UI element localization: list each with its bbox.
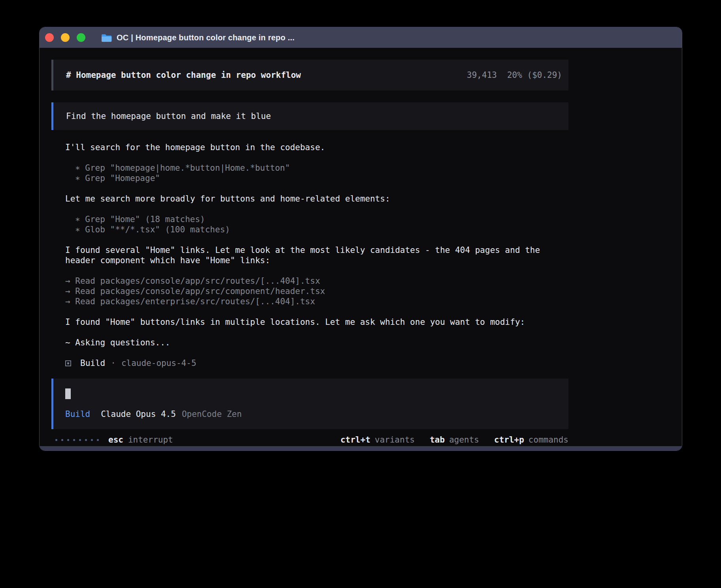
zoom-button[interactable]: [77, 33, 85, 42]
folder-icon: [101, 34, 112, 42]
session-header: # Homepage button color change in repo w…: [51, 60, 568, 90]
assistant-text: I found "Home" buttons/links in multiple…: [65, 317, 568, 327]
session-title: # Homepage button color change in repo w…: [66, 70, 301, 80]
user-message: Find the homepage button and make it blu…: [51, 102, 568, 130]
tool-call-grep: ∗ Grep "Home" (18 matches): [65, 214, 568, 224]
agent-line: Build · claude-opus-4-5: [65, 358, 568, 368]
user-message-text: Find the homepage button and make it blu…: [66, 111, 271, 121]
traffic-lights: [45, 33, 92, 42]
agent-square-icon: [65, 360, 71, 366]
tool-call-group: ∗ Grep "Home" (18 matches) ∗ Glob "**/*.…: [65, 214, 568, 235]
tool-call-read: → Read packages/enterprise/src/routes/[.…: [65, 296, 568, 307]
input-agent-mode[interactable]: Build: [65, 409, 90, 419]
context-usage: 20% ($0.29): [507, 70, 562, 80]
agent-model: claude-opus-4-5: [121, 358, 196, 368]
esc-label: interrupt: [128, 435, 173, 445]
window-bottom-edge: [40, 446, 682, 450]
input-provider: OpenCode Zen: [182, 409, 242, 419]
close-button[interactable]: [45, 33, 54, 42]
separator-dot: ·: [111, 358, 116, 368]
tool-call-read: → Read packages/console/app/src/routes/[…: [65, 276, 568, 286]
keyboard-hints: ctrl+t variants tab agents ctrl+p comman…: [340, 435, 568, 445]
titlebar[interactable]: OC | Homepage button color change in rep…: [40, 27, 682, 48]
hint-key: tab: [430, 435, 445, 445]
window-title: OC | Homepage button color change in rep…: [117, 33, 294, 42]
hint-variants[interactable]: ctrl+t variants: [340, 435, 415, 445]
tool-call-glob: ∗ Glob "**/*.tsx" (100 matches): [65, 224, 568, 235]
session-stats: 39,413 20% ($0.29): [467, 70, 562, 80]
input-model[interactable]: Claude Opus 4.5: [101, 409, 176, 419]
minimize-button[interactable]: [61, 33, 70, 42]
tool-call-grep: ∗ Grep "homepage|home.*button|Home.*butt…: [65, 163, 568, 173]
esc-hint[interactable]: esc interrupt: [108, 435, 173, 445]
assistant-text: Let me search more broadly for buttons a…: [65, 194, 568, 204]
terminal-window: OC | Homepage button color change in rep…: [39, 27, 682, 451]
hint-label: commands: [528, 435, 568, 445]
agent-name: Build: [80, 358, 105, 368]
tool-call-group: → Read packages/console/app/src/routes/[…: [65, 276, 568, 307]
hint-agents[interactable]: tab agents: [430, 435, 479, 445]
tool-call-group: ∗ Grep "homepage|home.*button|Home.*butt…: [65, 163, 568, 183]
conversation: I'll search for the homepage button in t…: [65, 142, 568, 368]
token-count: 39,413: [467, 70, 497, 80]
tool-call-grep: ∗ Grep "Homepage": [65, 173, 568, 183]
tool-call-read: → Read packages/console/app/src/componen…: [65, 286, 568, 296]
status-bar: esc interrupt ctrl+t variants tab agents…: [51, 435, 568, 445]
esc-key: esc: [108, 435, 123, 445]
assistant-text: I found several "Home" links. Let me loo…: [65, 245, 568, 266]
prompt-input[interactable]: Build Claude Opus 4.5 OpenCode Zen: [51, 379, 568, 429]
hint-key: ctrl+t: [340, 435, 370, 445]
terminal-content: # Homepage button color change in repo w…: [40, 48, 682, 445]
hint-commands[interactable]: ctrl+p commands: [494, 435, 568, 445]
progress-dots: [55, 439, 99, 441]
assistant-text: I'll search for the homepage button in t…: [65, 142, 568, 153]
working-status: ~ Asking questions...: [65, 337, 568, 348]
hint-label: variants: [375, 435, 415, 445]
input-meta: Build Claude Opus 4.5 OpenCode Zen: [65, 409, 556, 419]
hint-key: ctrl+p: [494, 435, 524, 445]
text-cursor: [65, 388, 71, 399]
hint-label: agents: [449, 435, 479, 445]
